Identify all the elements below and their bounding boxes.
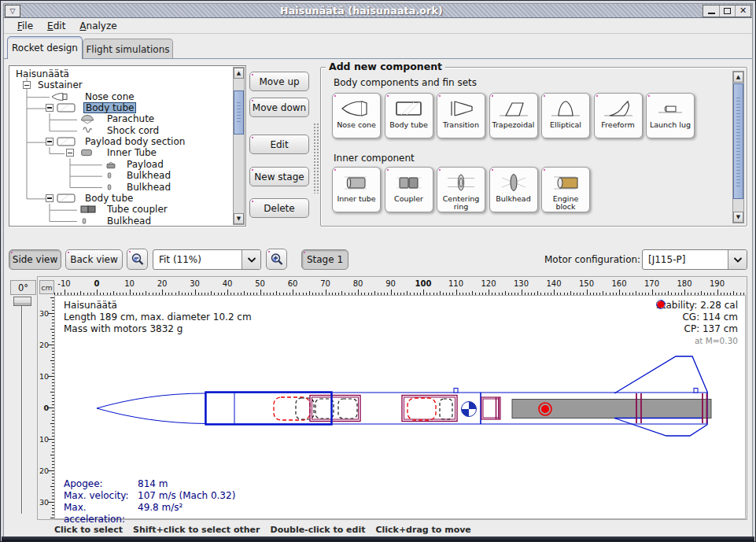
tree-scrollbar-thumb[interactable] (234, 90, 244, 135)
tree-item-sustainer[interactable]: Sustainer (9, 79, 233, 90)
tree-item-label: Sustainer (36, 79, 84, 90)
back-view-button[interactable]: Back view (65, 249, 123, 270)
component-button-label: Coupler (393, 195, 425, 203)
add-trapezoidal-button[interactable]: Trapezoidal (489, 93, 538, 138)
add-coupler-button[interactable]: Coupler (385, 167, 433, 212)
tree-item-payload-body-section[interactable]: Payload body section (9, 136, 233, 147)
add-transition-button[interactable]: Transition (437, 93, 485, 138)
component-button-label: Elliptical (548, 121, 583, 129)
tab-rocket-design[interactable]: Rocket design (7, 36, 83, 59)
tree-item-bulkhead[interactable]: Bulkhead (9, 216, 233, 227)
motor-configuration-value: [J115-P] (643, 254, 728, 265)
stage-1-toggle[interactable]: Stage 1 (301, 249, 348, 270)
mach-condition: at M=0.30 (656, 335, 738, 347)
maximize-button[interactable] (719, 6, 735, 17)
add-freeform-button[interactable]: Freeform (594, 93, 643, 138)
add-inner-tube-button[interactable]: Inner tube (332, 167, 381, 212)
tree-collapse-icon[interactable] (46, 104, 53, 112)
tree-item-label: Bulkhead (125, 182, 172, 193)
move-down-button[interactable]: Move down (249, 98, 309, 117)
tree-item-label: Payload (125, 159, 165, 170)
tree-item-bulkhead[interactable]: Bulkhead (9, 170, 233, 181)
tree-item-bulkhead[interactable]: Bulkhead (9, 182, 233, 193)
ruler-unit-label: cm (39, 280, 54, 294)
chevron-down-icon[interactable] (242, 250, 260, 269)
tree-item-shock-cord[interactable]: Shock cord (9, 125, 233, 136)
add-centering-ring-button[interactable]: Centering ring (437, 167, 485, 212)
section-label: Inner component (334, 153, 415, 164)
add-engine-block-button[interactable]: Engine block (541, 167, 590, 212)
rotation-slider-handle[interactable] (13, 297, 31, 306)
panel-splitter-handle[interactable] (313, 123, 319, 194)
horizontal-ruler: -100102030405060708090100110120130140150… (54, 278, 746, 295)
tree-item-body-tube[interactable]: Body tube (9, 193, 233, 204)
component-button-label: Nose cone (335, 121, 378, 129)
component-button-label: Trapezoidal (491, 121, 537, 129)
menu-analyze[interactable]: Analyze (72, 19, 124, 33)
add-nose-cone-button[interactable]: Nose cone (332, 93, 381, 138)
tree-item-label: Bulkhead (105, 216, 153, 227)
window-menu-icon[interactable]: ▽ (5, 5, 20, 17)
tree-item-parachute[interactable]: Parachute (9, 113, 233, 124)
add-launch-lug-button[interactable]: Launch lug (646, 93, 695, 138)
tree-item-label: Payload body section (83, 136, 186, 147)
window-controls: ✕ (703, 5, 751, 17)
rocket-dimensions: Length 189 cm, max. diameter 10.2 cm (64, 312, 252, 323)
component-scrollbar-thumb[interactable] (733, 83, 743, 199)
rocket-canvas[interactable]: Haisunäätä Length 189 cm, max. diameter … (54, 295, 746, 519)
status-hint: Double-click to edit (271, 525, 366, 535)
nosecone-icon (50, 92, 70, 101)
rotation-slider-track[interactable] (21, 301, 23, 514)
tree-item-inner-tube[interactable]: Inner Tube (9, 147, 233, 158)
tree-collapse-icon[interactable] (46, 194, 53, 202)
scroll-down-icon[interactable]: ▼ (733, 212, 743, 223)
menu-file[interactable]: File (10, 19, 40, 33)
chevron-down-icon[interactable] (728, 250, 747, 269)
rocket-name: Haisunäätä (64, 300, 252, 312)
stability-info: Stability: 2.28 cal CG: 114 cm CP: 137 c… (656, 300, 738, 347)
add-elliptical-button[interactable]: Elliptical (541, 93, 590, 138)
tree-item-nose-cone[interactable]: Nose cone (9, 91, 233, 102)
tree-item-label: Parachute (105, 113, 156, 124)
scroll-up-icon[interactable]: ▲ (733, 72, 743, 83)
status-hint: Click to select (54, 525, 123, 535)
motor-configuration-select[interactable]: [J115-P] (642, 249, 747, 270)
zoom-level-value: Fit (11%) (153, 254, 242, 265)
zoom-out-button[interactable] (127, 249, 148, 270)
tree-item-label: Nose cone (83, 91, 136, 102)
delete-button[interactable]: Delete (249, 198, 309, 218)
move-up-button[interactable]: Move up (249, 72, 309, 91)
side-view-button[interactable]: Side view (9, 249, 61, 270)
flight-stat-row: Max. velocity:107 m/s (Mach 0.32) (64, 490, 235, 502)
tree-collapse-icon[interactable] (66, 149, 74, 157)
tree-item-haisunäätä[interactable]: Haisunäätä (9, 68, 233, 79)
window-bottom-edge (2, 536, 754, 541)
bodytube-icon (55, 103, 77, 112)
flight-stat-label: Max. velocity: (64, 490, 138, 502)
edit-button[interactable]: Edit (249, 135, 309, 154)
tree-item-payload[interactable]: Payload (9, 159, 233, 170)
rocket-info: Haisunäätä Length 189 cm, max. diameter … (64, 300, 252, 335)
tree-item-label: Body tube (83, 193, 135, 204)
scroll-up-icon[interactable]: ▲ (234, 68, 244, 79)
magnifier-plus-icon (270, 253, 284, 267)
tree-item-body-tube[interactable]: Body tube (9, 102, 233, 113)
shockcord-icon (79, 126, 95, 135)
tree-collapse-icon[interactable] (46, 138, 53, 146)
tree-item-tube-coupler[interactable]: Tube coupler (9, 204, 233, 215)
close-button[interactable]: ✕ (735, 6, 750, 17)
tree-collapse-icon[interactable] (23, 81, 31, 89)
add-body-tube-button[interactable]: Body tube (385, 93, 433, 138)
tab-bar: Rocket designFlight simulations (4, 34, 752, 59)
zoom-in-button[interactable] (266, 249, 287, 270)
add-bulkhead-button[interactable]: Bulkhead (489, 167, 538, 212)
scroll-down-icon[interactable]: ▼ (234, 213, 244, 224)
component-tree[interactable]: HaisunäätäSustainerNose coneBody tubePar… (9, 65, 246, 227)
new-stage-button[interactable]: New stage (249, 167, 309, 186)
tab-flight-simulations[interactable]: Flight simulations (83, 39, 173, 59)
component-button-label: Bulkhead (494, 195, 532, 203)
minimize-button[interactable] (703, 6, 719, 17)
menu-edit[interactable]: Edit (40, 19, 72, 33)
cp-icon (656, 300, 666, 309)
zoom-level-select[interactable]: Fit (11%) (153, 249, 261, 270)
